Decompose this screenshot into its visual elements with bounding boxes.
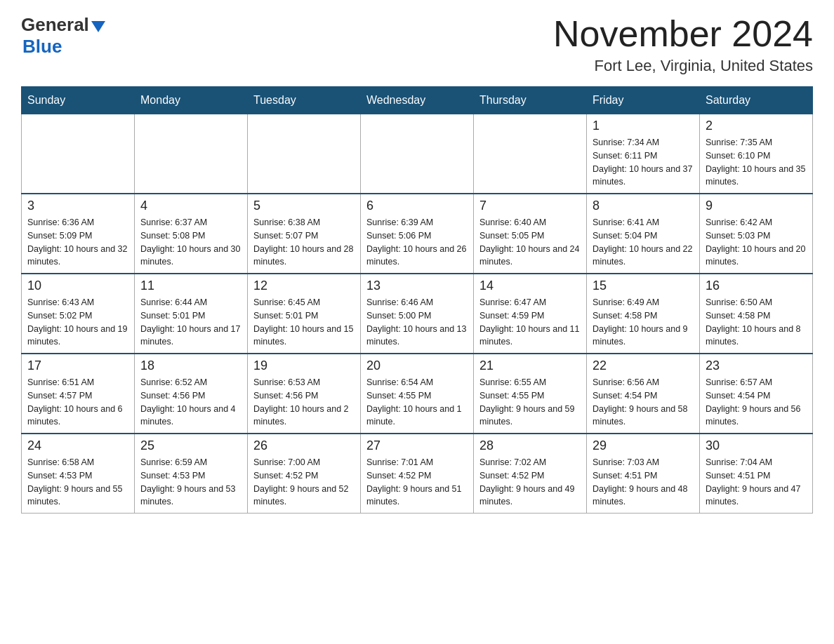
- day-number: 8: [593, 199, 694, 213]
- calendar-day-cell: 25Sunrise: 6:59 AMSunset: 4:53 PMDayligh…: [135, 434, 248, 514]
- day-number: 23: [706, 358, 807, 373]
- calendar-week-row: 3Sunrise: 6:36 AMSunset: 5:09 PMDaylight…: [22, 194, 813, 274]
- day-number: 25: [140, 438, 241, 453]
- calendar-day-cell: 20Sunrise: 6:54 AMSunset: 4:55 PMDayligh…: [361, 354, 474, 434]
- calendar-title-area: November 2024 Fort Lee, Virginia, United…: [553, 14, 813, 75]
- calendar-week-row: 24Sunrise: 6:58 AMSunset: 4:53 PMDayligh…: [22, 434, 813, 514]
- calendar-day-cell: [248, 114, 361, 194]
- calendar-day-cell: 30Sunrise: 7:04 AMSunset: 4:51 PMDayligh…: [700, 434, 813, 514]
- day-number: 1: [593, 119, 694, 133]
- logo: General Blue: [21, 14, 105, 58]
- day-number: 9: [706, 199, 807, 213]
- day-number: 27: [366, 438, 468, 453]
- day-number: 29: [593, 438, 694, 453]
- location-subtitle: Fort Lee, Virginia, United States: [553, 57, 813, 75]
- col-sunday: Sunday: [22, 87, 135, 114]
- day-sun-info: Sunrise: 6:59 AMSunset: 4:53 PMDaylight:…: [140, 456, 241, 509]
- calendar-day-cell: 19Sunrise: 6:53 AMSunset: 4:56 PMDayligh…: [248, 354, 361, 434]
- day-sun-info: Sunrise: 7:03 AMSunset: 4:51 PMDaylight:…: [593, 456, 694, 509]
- day-number: 16: [706, 279, 807, 293]
- calendar-day-cell: 9Sunrise: 6:42 AMSunset: 5:03 PMDaylight…: [700, 194, 813, 274]
- calendar-day-cell: [474, 114, 587, 194]
- calendar-day-cell: [135, 114, 248, 194]
- day-number: 17: [27, 358, 128, 373]
- calendar-header-row: Sunday Monday Tuesday Wednesday Thursday…: [22, 87, 813, 114]
- day-number: 11: [140, 279, 241, 293]
- day-sun-info: Sunrise: 6:39 AMSunset: 5:06 PMDaylight:…: [366, 216, 468, 269]
- calendar-week-row: 1Sunrise: 7:34 AMSunset: 6:11 PMDaylight…: [22, 114, 813, 194]
- day-number: 22: [593, 358, 694, 373]
- calendar-day-cell: 7Sunrise: 6:40 AMSunset: 5:05 PMDaylight…: [474, 194, 587, 274]
- day-sun-info: Sunrise: 6:57 AMSunset: 4:54 PMDaylight:…: [706, 376, 807, 429]
- calendar-day-cell: 5Sunrise: 6:38 AMSunset: 5:07 PMDaylight…: [248, 194, 361, 274]
- day-sun-info: Sunrise: 6:45 AMSunset: 5:01 PMDaylight:…: [253, 296, 355, 349]
- day-number: 20: [366, 358, 468, 373]
- day-sun-info: Sunrise: 7:34 AMSunset: 6:11 PMDaylight:…: [593, 136, 694, 189]
- logo-triangle-icon: [91, 21, 105, 32]
- day-number: 24: [27, 438, 128, 453]
- day-sun-info: Sunrise: 7:00 AMSunset: 4:52 PMDaylight:…: [253, 456, 355, 509]
- day-sun-info: Sunrise: 6:40 AMSunset: 5:05 PMDaylight:…: [479, 216, 581, 269]
- calendar-day-cell: 2Sunrise: 7:35 AMSunset: 6:10 PMDaylight…: [700, 114, 813, 194]
- day-sun-info: Sunrise: 7:02 AMSunset: 4:52 PMDaylight:…: [479, 456, 581, 509]
- calendar-day-cell: 18Sunrise: 6:52 AMSunset: 4:56 PMDayligh…: [135, 354, 248, 434]
- calendar-day-cell: 17Sunrise: 6:51 AMSunset: 4:57 PMDayligh…: [22, 354, 135, 434]
- day-number: 4: [140, 199, 241, 213]
- day-sun-info: Sunrise: 6:49 AMSunset: 4:58 PMDaylight:…: [593, 296, 694, 349]
- day-number: 19: [253, 358, 355, 373]
- day-sun-info: Sunrise: 7:01 AMSunset: 4:52 PMDaylight:…: [366, 456, 468, 509]
- day-sun-info: Sunrise: 6:58 AMSunset: 4:53 PMDaylight:…: [27, 456, 128, 509]
- col-friday: Friday: [587, 87, 700, 114]
- day-number: 30: [706, 438, 807, 453]
- page-header: General Blue November 2024 Fort Lee, Vir…: [21, 14, 813, 75]
- calendar-day-cell: [22, 114, 135, 194]
- day-sun-info: Sunrise: 6:51 AMSunset: 4:57 PMDaylight:…: [27, 376, 128, 429]
- calendar-day-cell: 16Sunrise: 6:50 AMSunset: 4:58 PMDayligh…: [700, 274, 813, 354]
- logo-blue-text: Blue: [22, 36, 62, 58]
- day-sun-info: Sunrise: 6:44 AMSunset: 5:01 PMDaylight:…: [140, 296, 241, 349]
- day-sun-info: Sunrise: 6:42 AMSunset: 5:03 PMDaylight:…: [706, 216, 807, 269]
- calendar-day-cell: 4Sunrise: 6:37 AMSunset: 5:08 PMDaylight…: [135, 194, 248, 274]
- calendar-day-cell: 10Sunrise: 6:43 AMSunset: 5:02 PMDayligh…: [22, 274, 135, 354]
- calendar-day-cell: 27Sunrise: 7:01 AMSunset: 4:52 PMDayligh…: [361, 434, 474, 514]
- col-thursday: Thursday: [474, 87, 587, 114]
- calendar-day-cell: 1Sunrise: 7:34 AMSunset: 6:11 PMDaylight…: [587, 114, 700, 194]
- calendar-day-cell: 13Sunrise: 6:46 AMSunset: 5:00 PMDayligh…: [361, 274, 474, 354]
- month-year-title: November 2024: [553, 14, 813, 54]
- calendar-table: Sunday Monday Tuesday Wednesday Thursday…: [21, 86, 813, 514]
- day-sun-info: Sunrise: 6:54 AMSunset: 4:55 PMDaylight:…: [366, 376, 468, 429]
- day-number: 28: [479, 438, 581, 453]
- day-sun-info: Sunrise: 6:55 AMSunset: 4:55 PMDaylight:…: [479, 376, 581, 429]
- day-number: 18: [140, 358, 241, 373]
- day-number: 26: [253, 438, 355, 453]
- calendar-day-cell: 11Sunrise: 6:44 AMSunset: 5:01 PMDayligh…: [135, 274, 248, 354]
- calendar-day-cell: 15Sunrise: 6:49 AMSunset: 4:58 PMDayligh…: [587, 274, 700, 354]
- col-wednesday: Wednesday: [361, 87, 474, 114]
- day-sun-info: Sunrise: 6:37 AMSunset: 5:08 PMDaylight:…: [140, 216, 241, 269]
- day-sun-info: Sunrise: 6:50 AMSunset: 4:58 PMDaylight:…: [706, 296, 807, 349]
- day-number: 6: [366, 199, 468, 213]
- day-number: 3: [27, 199, 128, 213]
- calendar-day-cell: 28Sunrise: 7:02 AMSunset: 4:52 PMDayligh…: [474, 434, 587, 514]
- calendar-day-cell: 3Sunrise: 6:36 AMSunset: 5:09 PMDaylight…: [22, 194, 135, 274]
- calendar-day-cell: 22Sunrise: 6:56 AMSunset: 4:54 PMDayligh…: [587, 354, 700, 434]
- col-tuesday: Tuesday: [248, 87, 361, 114]
- day-number: 15: [593, 279, 694, 293]
- day-sun-info: Sunrise: 6:38 AMSunset: 5:07 PMDaylight:…: [253, 216, 355, 269]
- day-number: 12: [253, 279, 355, 293]
- day-number: 21: [479, 358, 581, 373]
- day-number: 5: [253, 199, 355, 213]
- calendar-day-cell: 8Sunrise: 6:41 AMSunset: 5:04 PMDaylight…: [587, 194, 700, 274]
- day-number: 13: [366, 279, 468, 293]
- calendar-day-cell: 14Sunrise: 6:47 AMSunset: 4:59 PMDayligh…: [474, 274, 587, 354]
- day-sun-info: Sunrise: 6:36 AMSunset: 5:09 PMDaylight:…: [27, 216, 128, 269]
- calendar-day-cell: 6Sunrise: 6:39 AMSunset: 5:06 PMDaylight…: [361, 194, 474, 274]
- logo-general-text: General: [21, 14, 89, 36]
- day-sun-info: Sunrise: 6:46 AMSunset: 5:00 PMDaylight:…: [366, 296, 468, 349]
- calendar-week-row: 17Sunrise: 6:51 AMSunset: 4:57 PMDayligh…: [22, 354, 813, 434]
- day-number: 7: [479, 199, 581, 213]
- calendar-day-cell: 26Sunrise: 7:00 AMSunset: 4:52 PMDayligh…: [248, 434, 361, 514]
- day-sun-info: Sunrise: 6:41 AMSunset: 5:04 PMDaylight:…: [593, 216, 694, 269]
- calendar-day-cell: 12Sunrise: 6:45 AMSunset: 5:01 PMDayligh…: [248, 274, 361, 354]
- calendar-day-cell: 29Sunrise: 7:03 AMSunset: 4:51 PMDayligh…: [587, 434, 700, 514]
